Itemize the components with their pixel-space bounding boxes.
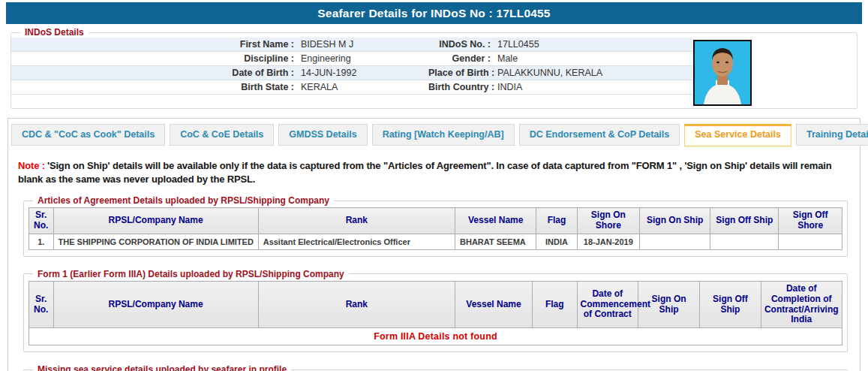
seafarer-photo xyxy=(693,40,752,106)
articles-header-row: Sr. No. RPSL/Company Name Rank Vessel Na… xyxy=(29,208,842,234)
form1-not-found-message: Form IIIA Details not found xyxy=(29,328,842,345)
gender-label: Gender : xyxy=(428,52,497,66)
col-sign-off-ship: Sign Off Ship xyxy=(700,281,761,327)
date-of-birth-value: 14-JUN-1992 xyxy=(301,66,428,80)
birth-state-value: KERALA xyxy=(301,80,428,95)
note-prefix: Note : xyxy=(18,160,47,171)
indos-details-fieldset: INDoS Details First Name : BIDESH M J IN… xyxy=(11,27,857,109)
seafarer-details-page: { "theme": { "title-bar-bg": "#0E6493", … xyxy=(0,0,868,371)
col-sign-on-ship: Sign On Ship xyxy=(640,208,710,234)
details-panel: CDC & "CoC as Cook" Details CoC & CoE De… xyxy=(8,118,860,371)
indos-details-legend: INDoS Details xyxy=(20,27,89,38)
col-date-commencement: Date of Commencement of Contract xyxy=(577,281,638,327)
tab-cdc-coc-as-cook[interactable]: CDC & "CoC as Cook" Details xyxy=(11,124,165,146)
cell-sign-on-ship xyxy=(640,234,710,249)
top-section: Seafarer Details for INDoS No : 17LL0455… xyxy=(6,2,862,109)
articles-of-agreement-section: Articles of Agreement Details uploaded b… xyxy=(23,195,848,257)
note-text: 'Sign on Ship' details will be available… xyxy=(18,160,832,185)
tab-training-details[interactable]: Training Details xyxy=(796,124,868,146)
cell-rpsl-company: THE SHIPPING CORPORATION OF INDIA LIMITE… xyxy=(53,234,258,249)
gender-value: Male xyxy=(497,52,692,66)
col-flag: Flag xyxy=(532,281,577,327)
col-rpsl-company: RPSL/Company Name xyxy=(53,281,258,327)
tab-rating-watch-keeping[interactable]: Rating [Watch Keeping/AB] xyxy=(372,124,515,146)
col-vessel-name: Vessel Name xyxy=(455,208,536,234)
missing-sea-service-section: Missing sea service details uploaded by … xyxy=(23,364,848,371)
missing-legend: Missing sea service details uploaded by … xyxy=(33,364,291,371)
place-of-birth-value: PALAKKUNNU, KERALA xyxy=(497,66,692,80)
col-sign-on-shore: Sign On Shore xyxy=(577,208,639,234)
col-rank: Rank xyxy=(258,281,455,327)
tab-bar: CDC & "CoC as Cook" Details CoC & CoE De… xyxy=(8,119,860,146)
col-sign-off-ship: Sign Off Ship xyxy=(710,208,779,234)
form1-header-row: Sr. No. RPSL/Company Name Rank Vessel Na… xyxy=(29,281,842,327)
tab-sea-service-details[interactable]: Sea Service Details xyxy=(684,124,791,146)
indos-row-name: First Name : BIDESH M J INDoS No. : 17LL… xyxy=(11,38,692,52)
first-name-label: First Name : xyxy=(11,38,301,52)
sign-on-ship-note: Note :'Sign on Ship' details will be ava… xyxy=(18,159,850,186)
form1-section: Form 1 (Earlier Form IIIA) Details uploa… xyxy=(23,269,848,352)
indos-row-state: Birth State : KERALA Birth Country : IND… xyxy=(11,80,692,95)
col-vessel-name: Vessel Name xyxy=(455,281,533,327)
articles-table-row: 1. THE SHIPPING CORPORATION OF INDIA LIM… xyxy=(29,234,842,249)
cell-rank: Assitant Electrical/Electronics Officer xyxy=(258,234,455,249)
form1-table: Sr. No. RPSL/Company Name Rank Vessel Na… xyxy=(29,281,842,345)
birth-state-label: Birth State : xyxy=(11,80,301,95)
cell-flag: INDIA xyxy=(536,234,577,249)
col-flag: Flag xyxy=(536,208,577,234)
col-rpsl-company: RPSL/Company Name xyxy=(53,208,258,234)
discipline-value: Engineering xyxy=(301,52,428,66)
indos-row-birth: Date of Birth : 14-JUN-1992 Place of Bir… xyxy=(11,66,692,80)
col-date-completion: Date of Completion of Contract/Arriving … xyxy=(761,281,842,327)
tab-dc-endorsement-cop[interactable]: DC Endorsement & CoP Details xyxy=(519,124,680,146)
articles-table: Sr. No. RPSL/Company Name Rank Vessel Na… xyxy=(29,207,842,250)
page-title: Seafarer Details for INDoS No : 17LL0455 xyxy=(6,2,862,24)
cell-sign-on-shore: 18-JAN-2019 xyxy=(577,234,639,249)
birth-country-label: Birth Country : xyxy=(428,80,497,95)
cell-vessel-name: BHARAT SEEMA xyxy=(455,234,536,249)
discipline-label: Discipline : xyxy=(11,52,301,66)
form1-empty-row: Form IIIA Details not found xyxy=(29,328,842,345)
col-sign-off-shore: Sign Off Shore xyxy=(779,208,842,234)
place-of-birth-label: Place of Birth : xyxy=(428,66,497,80)
col-sr-no: Sr. No. xyxy=(29,281,54,327)
form1-legend: Form 1 (Earlier Form IIIA) Details uploa… xyxy=(33,269,349,279)
seafarer-photo-image xyxy=(695,41,750,104)
birth-country-value: INDIA xyxy=(497,80,692,95)
articles-legend: Articles of Agreement Details uploaded b… xyxy=(33,195,334,206)
cell-sr-no: 1. xyxy=(29,234,54,249)
tab-gmdss[interactable]: GMDSS Details xyxy=(278,124,367,146)
tab-coc-coe[interactable]: CoC & CoE Details xyxy=(170,124,274,146)
first-name-value: BIDESH M J xyxy=(301,38,428,52)
indos-no-label: INDoS No. : xyxy=(428,38,497,52)
indos-no-value: 17LL0455 xyxy=(497,38,692,52)
indos-row-discipline: Discipline : Engineering Gender : Male xyxy=(11,52,692,66)
date-of-birth-label: Date of Birth : xyxy=(11,66,301,80)
cell-sign-off-ship xyxy=(710,234,779,249)
col-sr-no: Sr. No. xyxy=(29,208,54,234)
cell-sign-off-shore xyxy=(779,234,842,249)
col-rank: Rank xyxy=(258,208,455,234)
